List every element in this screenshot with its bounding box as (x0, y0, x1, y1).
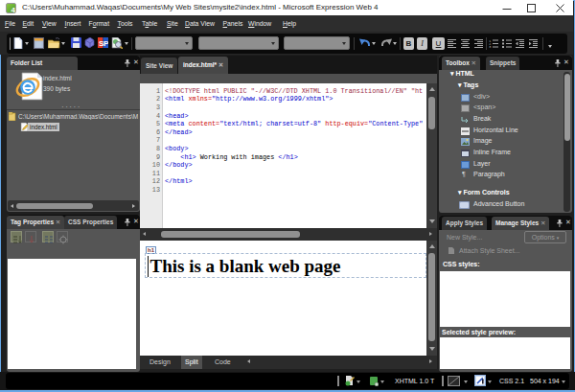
svg-text:P: P (104, 38, 108, 47)
svg-text:3: 3 (489, 45, 492, 48)
